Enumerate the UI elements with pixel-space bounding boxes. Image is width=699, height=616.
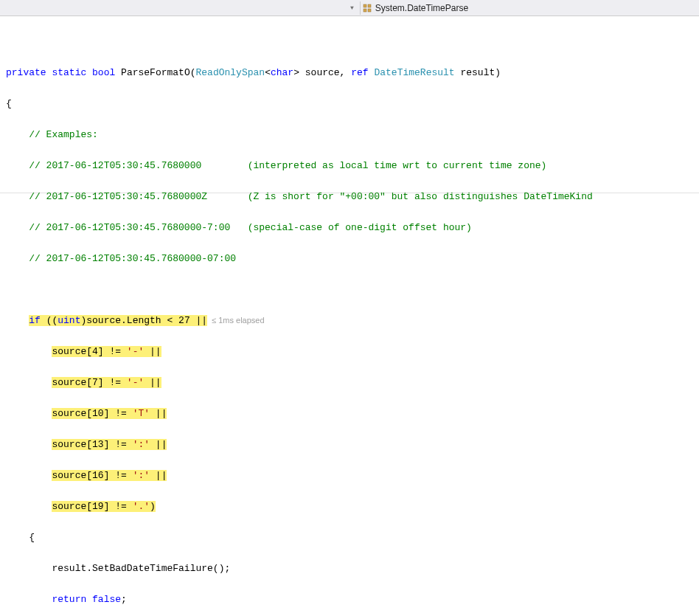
code-line: // Examples: [0,127,699,142]
svg-rect-0 [364,4,366,7]
toolbar-divider [360,1,361,15]
class-icon [362,3,372,13]
code-line: // 2017-06-12T05:30:45.7680000Z (Z is sh… [0,189,699,204]
breadcrumb-class[interactable]: System.DateTimeParse [375,3,468,13]
code-line: // 2017-06-12T05:30:45.7680000-7:00 (spe… [0,220,699,235]
dropdown-arrow-icon[interactable]: ▼ [350,4,354,11]
code-line: { [0,96,699,111]
code-line: source[19] != '.') [0,499,699,514]
code-line: source[10] != 'T' || [0,406,699,421]
svg-rect-3 [368,9,371,12]
code-line: result.SetBadDateTimeFailure(); [0,561,699,576]
code-line: { [0,530,699,545]
code-line: // 2017-06-12T05:30:45.7680000-07:00 [0,251,699,266]
code-line [0,282,699,297]
breadcrumb-toolbar: ▼ System.DateTimeParse [0,0,699,16]
code-line: source[4] != '-' || [0,344,699,359]
perf-hint: ≤ 1ms elapsed [212,316,264,325]
svg-rect-2 [364,9,366,12]
code-line: source[13] != ':' || [0,437,699,452]
code-line: return false; [0,592,699,607]
code-line: source[7] != '-' || [0,375,699,390]
svg-rect-1 [368,4,371,7]
code-line: // 2017-06-12T05:30:45.7680000 (interpre… [0,158,699,173]
code-line: if ((uint)source.Length < 27 ||≤ 1ms ela… [0,313,699,328]
code-line: source[16] != ':' || [0,468,699,483]
code-editor[interactable]: private static bool ParseFormatO(ReadOnl… [0,16,699,616]
code-line: private static bool ParseFormatO(ReadOnl… [0,65,699,80]
